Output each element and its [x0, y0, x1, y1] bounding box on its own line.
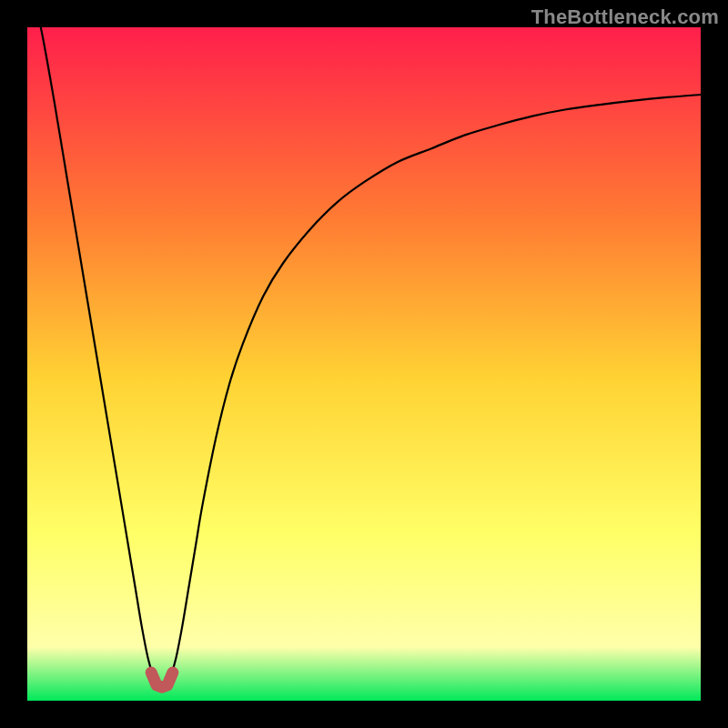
curve-layer — [27, 27, 701, 701]
watermark-text: TheBottleneck.com — [531, 5, 719, 29]
minimum-marker-path — [151, 672, 173, 687]
chart-frame: TheBottleneck.com — [0, 0, 728, 728]
plot-area — [27, 27, 701, 701]
minimum-marker — [151, 672, 173, 687]
bottleneck-curve — [27, 0, 701, 687]
